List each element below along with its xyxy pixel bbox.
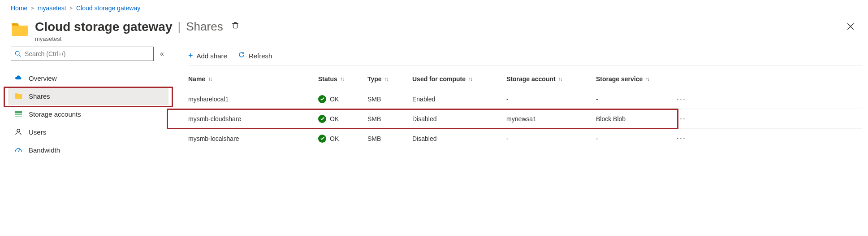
search-box[interactable] xyxy=(11,47,154,61)
column-header-type[interactable]: Type↑↓ xyxy=(367,75,412,83)
cell-account: mynewsa1 xyxy=(506,115,596,122)
svg-line-1 xyxy=(19,55,21,57)
table-header-row: Name↑↓ Status↑↓ Type↑↓ Used for compute↑… xyxy=(188,69,862,89)
sidebar-nav: Overview Shares Storage accounts Users xyxy=(8,69,168,159)
sidebar-item-label: Bandwidth xyxy=(29,146,60,154)
status-ok-icon xyxy=(318,135,326,143)
storage-icon xyxy=(14,110,22,118)
page-header: Cloud storage gateway | Shares myasetest xyxy=(0,16,868,47)
shares-table: Name↑↓ Status↑↓ Type↑↓ Used for compute↑… xyxy=(188,69,862,148)
cell-service: - xyxy=(596,135,677,142)
refresh-icon xyxy=(238,51,245,61)
pin-icon xyxy=(231,22,239,30)
close-button[interactable] xyxy=(844,19,857,36)
chevron-right-icon: > xyxy=(31,5,34,11)
page-title: Cloud storage gateway xyxy=(35,20,173,34)
folder-icon xyxy=(11,21,29,37)
ellipsis-icon: ··· xyxy=(677,134,686,143)
status-ok-icon xyxy=(318,115,326,123)
cell-service: Block Blob xyxy=(596,115,677,122)
sidebar-item-label: Shares xyxy=(29,92,50,100)
search-icon xyxy=(15,51,21,57)
sidebar-item-label: Storage accounts xyxy=(29,110,81,118)
sort-icon: ↑↓ xyxy=(340,76,344,82)
title-separator: | xyxy=(178,20,181,34)
user-icon xyxy=(14,128,22,136)
collapse-sidebar-button[interactable]: « xyxy=(158,48,166,60)
cell-name: mysmb-cloudshare xyxy=(188,115,318,122)
ellipsis-icon: ··· xyxy=(677,94,686,103)
sort-icon: ↑↓ xyxy=(645,76,649,82)
row-more-button[interactable]: ··· xyxy=(677,134,686,143)
row-more-button[interactable]: ··· xyxy=(677,114,686,123)
sidebar-item-users[interactable]: Users xyxy=(8,123,168,141)
svg-point-5 xyxy=(17,129,20,132)
row-more-button[interactable]: ··· xyxy=(677,94,686,104)
svg-rect-4 xyxy=(15,116,22,117)
svg-point-0 xyxy=(15,51,19,55)
close-icon xyxy=(846,22,855,31)
ellipsis-icon: ··· xyxy=(677,114,686,123)
table-row[interactable]: mysmb-localshare OK SMB Disabled - - ··· xyxy=(188,128,862,148)
cell-type: SMB xyxy=(367,135,412,142)
sidebar-item-bandwidth[interactable]: Bandwidth xyxy=(8,141,168,159)
sidebar-item-storage-accounts[interactable]: Storage accounts xyxy=(8,105,168,123)
main-content: + Add share Refresh Name↑↓ Status↑↓ Type… xyxy=(168,47,862,159)
column-header-service[interactable]: Storage service↑↓ xyxy=(596,75,677,83)
chevron-right-icon: > xyxy=(70,5,73,11)
breadcrumb-resource[interactable]: myasetest xyxy=(38,4,66,12)
sort-icon: ↑↓ xyxy=(384,76,388,82)
column-header-status[interactable]: Status↑↓ xyxy=(318,75,367,83)
sidebar: « Overview Shares Storage accounts xyxy=(8,47,168,159)
cell-service: - xyxy=(596,96,677,103)
cell-status: OK xyxy=(318,115,367,123)
table-row[interactable]: mysmb-cloudshare OK SMB Disabled mynewsa… xyxy=(188,109,862,128)
cell-compute: Enabled xyxy=(412,96,506,103)
cell-account: - xyxy=(506,96,596,103)
status-ok-icon xyxy=(318,95,326,103)
cell-account: - xyxy=(506,135,596,142)
folder-icon xyxy=(14,92,22,100)
sort-icon: ↑↓ xyxy=(208,76,212,82)
cell-compute: Disabled xyxy=(412,135,506,142)
svg-rect-3 xyxy=(15,114,22,115)
cell-type: SMB xyxy=(367,115,412,122)
sidebar-item-overview[interactable]: Overview xyxy=(8,69,168,87)
breadcrumb: Home > myasetest > Cloud storage gateway xyxy=(0,0,868,16)
cell-status: OK xyxy=(318,95,367,103)
column-header-compute[interactable]: Used for compute↑↓ xyxy=(412,75,506,83)
toolbar-label: Refresh xyxy=(249,52,272,60)
search-input[interactable] xyxy=(25,50,150,57)
page-subtitle: myasetest xyxy=(35,35,838,42)
cell-name: mysharelocal1 xyxy=(188,96,318,103)
sidebar-item-label: Overview xyxy=(29,74,57,82)
svg-line-6 xyxy=(18,149,20,152)
gauge-icon xyxy=(14,146,22,154)
chevron-double-left-icon: « xyxy=(160,50,164,57)
column-header-account[interactable]: Storage account↑↓ xyxy=(506,75,596,83)
cell-compute: Disabled xyxy=(412,115,506,122)
sort-icon: ↑↓ xyxy=(558,76,562,82)
cell-status: OK xyxy=(318,135,367,143)
table-row[interactable]: mysharelocal1 OK SMB Enabled - - ··· xyxy=(188,89,862,109)
sidebar-item-label: Users xyxy=(29,128,46,136)
toolbar-label: Add share xyxy=(197,52,227,60)
refresh-button[interactable]: Refresh xyxy=(238,51,272,61)
toolbar: + Add share Refresh xyxy=(188,47,862,66)
cell-type: SMB xyxy=(367,96,412,103)
breadcrumb-home[interactable]: Home xyxy=(11,4,27,12)
column-header-name[interactable]: Name↑↓ xyxy=(188,75,318,83)
page-section: Shares xyxy=(186,20,223,34)
pin-button[interactable] xyxy=(229,19,242,35)
plus-icon: + xyxy=(188,51,193,61)
sidebar-item-shares[interactable]: Shares xyxy=(8,87,168,105)
svg-rect-2 xyxy=(15,111,22,113)
cell-name: mysmb-localshare xyxy=(188,135,318,142)
sort-icon: ↑↓ xyxy=(468,76,472,82)
breadcrumb-service[interactable]: Cloud storage gateway xyxy=(76,4,140,12)
add-share-button[interactable]: + Add share xyxy=(188,51,227,61)
cloud-icon xyxy=(14,74,22,82)
